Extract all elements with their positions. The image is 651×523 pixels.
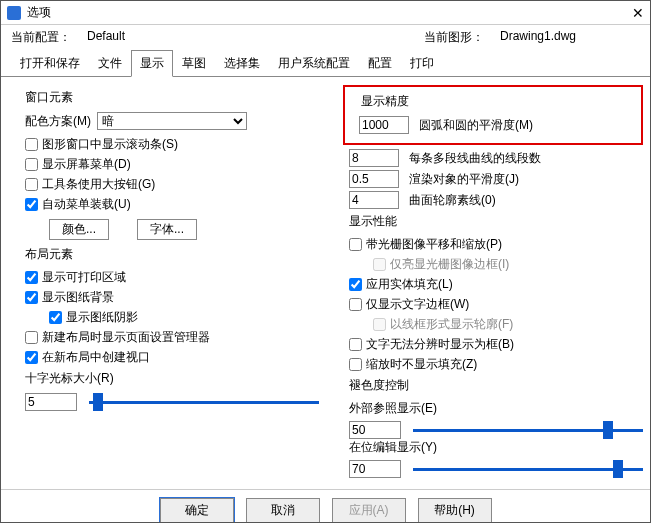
close-icon[interactable]: ✕ (632, 5, 644, 21)
cb-create-viewport-label: 在新布局中创建视口 (42, 349, 150, 366)
cb-paper-shadow-label: 显示图纸阴影 (66, 309, 138, 326)
current-drawing-value: Drawing1.dwg (500, 29, 640, 46)
cb-paper-bg[interactable] (25, 291, 38, 304)
cb-raster-frame-only (373, 258, 386, 271)
fade-xref-input[interactable] (349, 421, 401, 439)
tab-user-prefs[interactable]: 用户系统配置 (269, 50, 359, 77)
cb-text-frame[interactable] (349, 298, 362, 311)
fade-control-title: 褪色度控制 (349, 377, 643, 394)
tab-print[interactable]: 打印 (401, 50, 443, 77)
fade-inplace-label: 在位编辑显示(Y) (349, 439, 643, 456)
cb-raster-pan-label: 带光栅图像平移和缩放(P) (366, 236, 502, 253)
cb-pagesetup-mgr-label: 新建布局时显示页面设置管理器 (42, 329, 210, 346)
cb-screenmenu-label: 显示屏幕菜单(D) (42, 156, 131, 173)
fade-inplace-input[interactable] (349, 460, 401, 478)
layout-elements-title: 布局元素 (25, 246, 319, 263)
tab-files[interactable]: 文件 (89, 50, 131, 77)
colorscheme-label: 配色方案(M) (25, 113, 91, 130)
current-config-value: Default (87, 29, 227, 46)
cb-paper-bg-label: 显示图纸背景 (42, 289, 114, 306)
polyline-seg-input[interactable] (349, 149, 399, 167)
performance-title: 显示性能 (349, 213, 643, 230)
fade-inplace-slider[interactable] (413, 460, 643, 478)
cb-text-as-box[interactable] (349, 338, 362, 351)
window-elements-title: 窗口元素 (25, 89, 319, 106)
cb-wireframe-silhouette (373, 318, 386, 331)
app-icon (7, 6, 21, 20)
crosshair-label: 十字光标大小(R) (25, 370, 319, 387)
fade-xref-label: 外部参照显示(E) (349, 400, 643, 417)
cb-printable-area[interactable] (25, 271, 38, 284)
tab-strip: 打开和保存 文件 显示 草图 选择集 用户系统配置 配置 打印 (1, 50, 650, 77)
cb-pagesetup-mgr[interactable] (25, 331, 38, 344)
cb-bigbuttons[interactable] (25, 178, 38, 191)
cb-solid-fill[interactable] (349, 278, 362, 291)
render-smooth-input[interactable] (349, 170, 399, 188)
tab-selection[interactable]: 选择集 (215, 50, 269, 77)
surface-lines-input[interactable] (349, 191, 399, 209)
fade-xref-slider[interactable] (413, 421, 643, 439)
cb-create-viewport[interactable] (25, 351, 38, 364)
tab-open-save[interactable]: 打开和保存 (11, 50, 89, 77)
precision-highlight-box: 显示精度 圆弧和圆的平滑度(M) (343, 85, 643, 145)
cb-scrollbars-label: 图形窗口中显示滚动条(S) (42, 136, 178, 153)
current-config-label: 当前配置： (11, 29, 71, 46)
dialog-title: 选项 (27, 4, 51, 21)
render-smooth-label: 渲染对象的平滑度(J) (409, 171, 519, 188)
cb-bigbuttons-label: 工具条使用大按钮(G) (42, 176, 155, 193)
cb-raster-frame-only-label: 仅亮显光栅图像边框(I) (390, 256, 509, 273)
crosshair-input[interactable] (25, 393, 77, 411)
arc-smooth-label: 圆弧和圆的平滑度(M) (419, 117, 533, 134)
polyline-seg-label: 每条多段线曲线的线段数 (409, 150, 541, 167)
cb-raster-pan[interactable] (349, 238, 362, 251)
arc-smooth-input[interactable] (359, 116, 409, 134)
cb-automenu-label: 自动菜单装载(U) (42, 196, 131, 213)
surface-lines-label: 曲面轮廓素线(0) (409, 192, 496, 209)
apply-button: 应用(A) (332, 498, 406, 523)
tab-drafting[interactable]: 草图 (173, 50, 215, 77)
cb-paper-shadow[interactable] (49, 311, 62, 324)
tab-display[interactable]: 显示 (131, 50, 173, 77)
crosshair-slider[interactable] (89, 393, 319, 411)
fonts-button[interactable]: 字体... (137, 219, 197, 240)
tab-profiles[interactable]: 配置 (359, 50, 401, 77)
cb-text-frame-label: 仅显示文字边框(W) (366, 296, 469, 313)
current-drawing-label: 当前图形： (424, 29, 484, 46)
cb-automenu[interactable] (25, 198, 38, 211)
cb-scrollbars[interactable] (25, 138, 38, 151)
cb-screenmenu[interactable] (25, 158, 38, 171)
colorscheme-select[interactable]: 暗 (97, 112, 247, 130)
help-button[interactable]: 帮助(H) (418, 498, 492, 523)
cb-text-as-box-label: 文字无法分辨时显示为框(B) (366, 336, 514, 353)
cb-no-fill-zoom-label: 缩放时不显示填充(Z) (366, 356, 477, 373)
precision-title: 显示精度 (361, 93, 637, 110)
ok-button[interactable]: 确定 (160, 498, 234, 523)
cb-no-fill-zoom[interactable] (349, 358, 362, 371)
cancel-button[interactable]: 取消 (246, 498, 320, 523)
cb-solid-fill-label: 应用实体填充(L) (366, 276, 453, 293)
cb-printable-area-label: 显示可打印区域 (42, 269, 126, 286)
colors-button[interactable]: 颜色... (49, 219, 109, 240)
cb-wireframe-silhouette-label: 以线框形式显示轮廓(F) (390, 316, 513, 333)
